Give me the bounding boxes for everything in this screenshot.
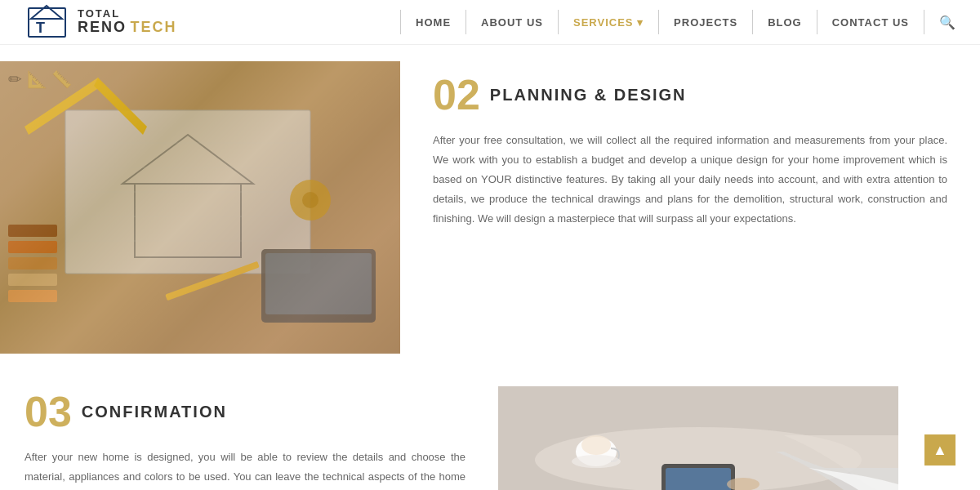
logo-text: TOTAL RENO TECH	[78, 8, 176, 36]
svg-rect-14	[8, 241, 57, 253]
nav-services[interactable]: SERVICES ▾	[559, 10, 659, 34]
main-nav: HOME ABOUT US SERVICES ▾ PROJECTS BLOG C…	[400, 10, 956, 34]
svg-rect-29	[666, 468, 731, 490]
main-content: 02 PLANNING & DESIGN After your free con…	[0, 45, 980, 490]
nav-home[interactable]: HOME	[400, 10, 466, 34]
nav-about[interactable]: ABOUT US	[466, 10, 559, 34]
svg-rect-17	[8, 290, 57, 302]
logo-total-label: TOTAL	[78, 8, 176, 20]
svg-rect-13	[8, 225, 57, 237]
section-03-number: 03	[24, 390, 72, 433]
section-03-title: CONFIRMATION	[82, 403, 227, 421]
section-02-content: 02 PLANNING & DESIGN After your free con…	[400, 61, 980, 241]
confirm-image	[498, 386, 898, 490]
svg-point-21	[302, 192, 318, 208]
section-02-header: 02 PLANNING & DESIGN	[433, 74, 947, 116]
section-02-title: PLANNING & DESIGN	[490, 86, 687, 105]
confirm-image-inner	[498, 386, 898, 490]
nav-projects[interactable]: PROJECTS	[659, 10, 753, 34]
header: T TOTAL RENO TECH HOME ABOUT US SERVICES…	[0, 0, 980, 45]
section-confirmation: 03 CONFIRMATION After your new home is d…	[0, 370, 980, 490]
search-icon[interactable]: 🔍	[924, 15, 956, 30]
section-03-header: 03 CONFIRMATION	[24, 390, 466, 433]
logo-icon: T	[24, 4, 69, 41]
nav-contact[interactable]: CONTACT US	[817, 10, 924, 34]
logo[interactable]: T TOTAL RENO TECH	[24, 4, 176, 41]
svg-rect-16	[8, 274, 57, 286]
nav-blog[interactable]: BLOG	[753, 10, 817, 34]
svg-point-26	[581, 435, 611, 455]
svg-rect-19	[265, 253, 372, 314]
design-image-inner	[0, 61, 400, 354]
logo-tech-label: TECH	[130, 19, 176, 35]
section-03-content: 03 CONFIRMATION After your new home is d…	[0, 386, 498, 490]
scroll-top-icon: ▲	[933, 442, 947, 459]
design-image	[0, 61, 400, 354]
svg-point-27	[572, 455, 621, 468]
section-02-number: 02	[433, 74, 480, 116]
svg-text:T: T	[36, 20, 45, 36]
scroll-top-button[interactable]: ▲	[924, 434, 956, 466]
logo-reno-label: RENO	[78, 19, 127, 35]
section-02-body: After your free consultation, we will co…	[433, 131, 947, 229]
section-planning-design: 02 PLANNING & DESIGN After your free con…	[0, 45, 980, 370]
svg-rect-0	[29, 8, 65, 37]
svg-rect-15	[8, 257, 57, 270]
section-03-body: After your new home is designed, you wil…	[24, 448, 466, 490]
